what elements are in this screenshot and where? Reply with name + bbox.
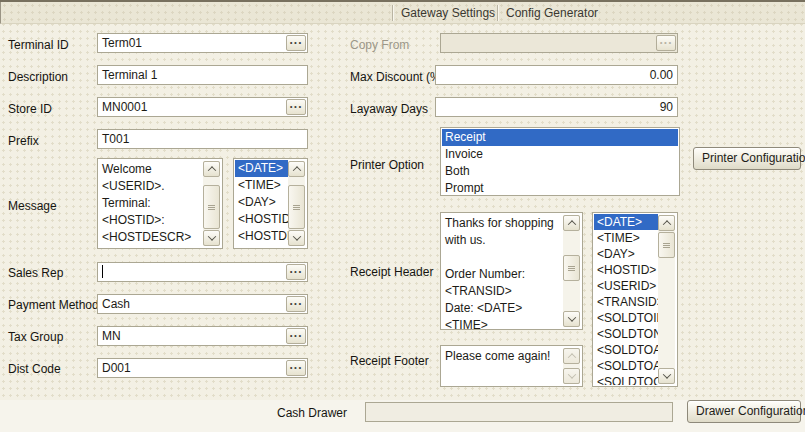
list-item[interactable]: <DATE> xyxy=(594,214,658,230)
scroll-up-button[interactable] xyxy=(658,215,675,231)
list-item[interactable]: <DAY> xyxy=(235,194,288,211)
dist-code-field[interactable]: D001 ... xyxy=(97,358,308,378)
tax-group-field[interactable]: MN ... xyxy=(97,326,308,346)
max-discount-value: 0.00 xyxy=(650,68,673,82)
layaway-days-field[interactable]: 90 xyxy=(435,97,678,117)
description-label: Description xyxy=(8,70,68,84)
scroll-thumb[interactable] xyxy=(563,255,580,281)
receipt-footer-textarea[interactable]: Please come again! xyxy=(440,345,583,387)
list-item[interactable]: <SOLDTOADDR2> xyxy=(594,358,658,374)
max-discount-label: Max Discount (%) xyxy=(350,70,445,84)
receipt-header-token-listbox[interactable]: <DATE> <TIME> <DAY> <HOSTID> <USERID> <T… xyxy=(592,212,678,387)
list-item[interactable]: <HOSTID> xyxy=(594,262,658,278)
receipt-footer-text: Please come again! xyxy=(445,348,561,365)
list-item[interactable]: Receipt xyxy=(442,129,678,146)
scroll-down-button[interactable] xyxy=(563,311,580,327)
terminal-id-label: Terminal ID xyxy=(8,38,69,52)
scroll-down-button[interactable] xyxy=(288,230,305,246)
description-field[interactable]: Terminal 1 xyxy=(97,65,308,85)
receipt-footer-label: Receipt Footer xyxy=(350,354,429,368)
list-item[interactable]: <TIME> xyxy=(235,177,288,194)
terminal-id-browse-button[interactable]: ... xyxy=(286,35,306,51)
scroll-down-button[interactable] xyxy=(658,368,675,384)
message-label: Message xyxy=(8,199,57,213)
receipt-header-text: Thanks for shopping with us. Order Numbe… xyxy=(445,215,561,330)
terminal-settings-form: { "toolbar": { "tabs": [ { "label": "Gat… xyxy=(0,0,805,432)
list-item[interactable]: Invoice xyxy=(442,146,678,163)
sales-rep-label: Sales Rep xyxy=(8,266,63,280)
copy-from-label: Copy From xyxy=(350,38,409,52)
layaway-days-value: 90 xyxy=(660,100,673,114)
message-text: Welcome <USERID>. Terminal: <HOSTID>: <H… xyxy=(102,161,201,246)
tax-group-value: MN xyxy=(102,329,121,343)
cash-drawer-field[interactable] xyxy=(365,402,673,422)
scroll-down-button[interactable] xyxy=(203,230,220,246)
list-item[interactable]: <DATE> xyxy=(235,160,288,177)
tax-group-label: Tax Group xyxy=(8,330,63,344)
scroll-up-button xyxy=(563,348,580,364)
receipt-header-textarea[interactable]: Thanks for shopping with us. Order Numbe… xyxy=(440,212,583,330)
dist-code-browse-button[interactable]: ... xyxy=(286,360,306,376)
list-item[interactable]: <SOLDTOCITY> xyxy=(594,374,658,385)
list-item[interactable]: <TRANSID> xyxy=(594,294,658,310)
list-item[interactable]: Prompt xyxy=(442,180,678,194)
payment-method-browse-button[interactable]: ... xyxy=(286,296,306,312)
printer-option-listbox[interactable]: Receipt Invoice Both Prompt xyxy=(440,127,680,196)
list-item[interactable]: <SOLDTOID> xyxy=(594,310,658,326)
terminal-id-value: Term01 xyxy=(102,36,142,50)
list-item[interactable]: <HOSTID> xyxy=(235,211,288,228)
cash-drawer-label: Cash Drawer xyxy=(277,406,347,420)
tax-group-browse-button[interactable]: ... xyxy=(286,328,306,344)
list-item[interactable]: <USERID> xyxy=(235,245,288,247)
printer-configuration-button[interactable]: Printer Configuration xyxy=(693,147,801,170)
payment-method-label: Payment Method xyxy=(8,298,99,312)
prefix-field[interactable]: T001 xyxy=(97,129,308,149)
store-id-field[interactable]: MN0001 ... xyxy=(97,97,308,117)
receipt-footer-scrollbar xyxy=(563,348,580,384)
list-item[interactable]: <SOLDTOADDR1> xyxy=(594,342,658,358)
max-discount-field[interactable]: 0.00 xyxy=(435,65,678,85)
toolbar-separator xyxy=(497,5,498,21)
prefix-value: T001 xyxy=(102,132,129,146)
receipt-header-token-scrollbar[interactable] xyxy=(658,215,675,384)
text-caret xyxy=(102,265,103,278)
copy-from-field: ... xyxy=(440,33,678,53)
sales-rep-browse-button[interactable]: ... xyxy=(286,264,306,280)
list-item[interactable]: Both xyxy=(442,163,678,180)
printer-option-label: Printer Option xyxy=(350,158,424,172)
drawer-configuration-button[interactable]: Drawer Configuration xyxy=(687,400,801,423)
dist-code-label: Dist Code xyxy=(8,362,61,376)
receipt-header-scrollbar[interactable] xyxy=(563,215,580,327)
list-item[interactable]: <USERID> xyxy=(594,278,658,294)
store-id-browse-button[interactable]: ... xyxy=(286,99,306,115)
toolbar-separator xyxy=(392,5,393,21)
payment-method-value: Cash xyxy=(102,297,130,311)
scroll-up-button[interactable] xyxy=(203,161,220,177)
tab-config-generator[interactable]: Config Generator xyxy=(502,6,602,22)
scroll-thumb[interactable] xyxy=(658,232,675,258)
terminal-id-field[interactable]: Term01 ... xyxy=(97,33,308,53)
message-token-scrollbar[interactable] xyxy=(288,161,305,246)
tab-gateway-settings[interactable]: Gateway Settings xyxy=(397,6,499,22)
scroll-down-button xyxy=(563,368,580,384)
list-item[interactable]: <SOLDTONAME> xyxy=(594,326,658,342)
list-item[interactable]: <TIME> xyxy=(594,230,658,246)
scroll-thumb[interactable] xyxy=(288,185,305,229)
list-item[interactable]: <HOSTDESCR> xyxy=(235,228,288,245)
store-id-value: MN0001 xyxy=(102,100,147,114)
top-toolbar: Gateway Settings Config Generator xyxy=(0,2,805,24)
store-id-label: Store ID xyxy=(8,102,52,116)
layaway-days-label: Layaway Days xyxy=(350,102,428,116)
message-scrollbar[interactable] xyxy=(203,161,220,246)
message-token-listbox[interactable]: <DATE> <TIME> <DAY> <HOSTID> <HOSTDESCR>… xyxy=(233,158,308,249)
payment-method-field[interactable]: Cash ... xyxy=(97,294,308,314)
scroll-up-button[interactable] xyxy=(288,161,305,177)
scroll-thumb[interactable] xyxy=(203,185,220,229)
message-textarea[interactable]: Welcome <USERID>. Terminal: <HOSTID>: <H… xyxy=(97,158,223,249)
description-value: Terminal 1 xyxy=(102,68,157,82)
sales-rep-field[interactable]: ... xyxy=(97,262,308,282)
list-item[interactable]: <DAY> xyxy=(594,246,658,262)
scroll-up-button[interactable] xyxy=(563,215,580,231)
prefix-label: Prefix xyxy=(8,134,39,148)
dist-code-value: D001 xyxy=(102,361,131,375)
